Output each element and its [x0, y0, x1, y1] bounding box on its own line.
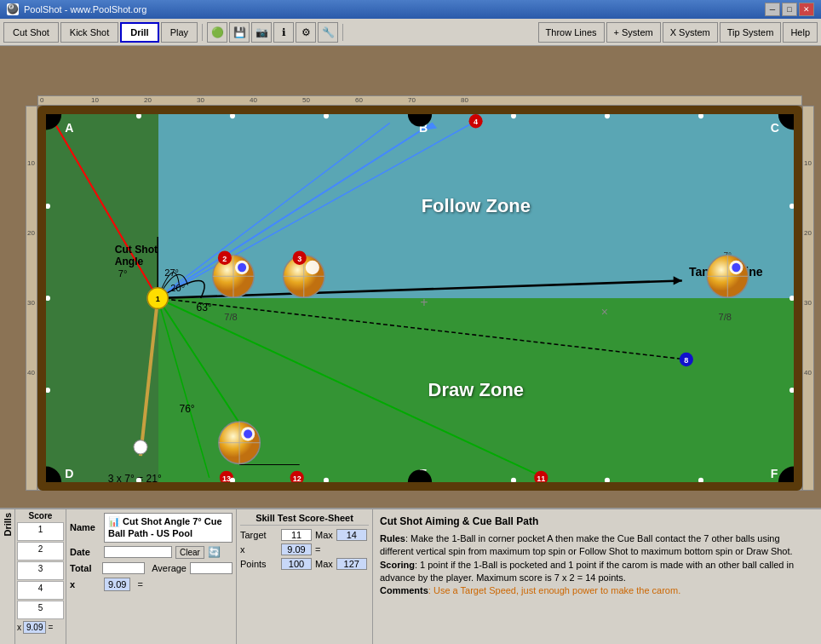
comments-text: : Use a Target Speed, just enough power … — [428, 585, 680, 595]
svg-point-50 — [134, 440, 147, 454]
target-input[interactable] — [281, 529, 312, 541]
separator-1 — [202, 24, 203, 41]
ruler-right: 10 20 30 40 — [802, 106, 814, 491]
svg-text:3: 3 — [297, 255, 301, 263]
pool-table: Follow Zone Draw Zone — [37, 106, 802, 491]
skill-test-header: Skill Test Score-Sheet — [240, 513, 369, 526]
svg-text:Cut Shot: Cut Shot — [115, 243, 158, 255]
ruler-top: 0 10 20 30 40 50 60 70 80 — [37, 95, 802, 106]
target-label: Target — [240, 530, 278, 540]
table-container: 0 10 20 30 40 50 60 70 80 10 20 30 40 10… — [0, 46, 821, 508]
svg-point-34 — [238, 263, 246, 272]
skill-target-row: Target Max — [240, 529, 369, 541]
svg-text:Angle: Angle — [115, 256, 144, 267]
equals-row: = — [137, 579, 142, 589]
separator-2 — [342, 24, 343, 41]
svg-text:63°: 63° — [197, 302, 212, 313]
svg-point-69 — [46, 466, 61, 482]
date-input[interactable] — [104, 546, 172, 558]
svg-point-76 — [511, 114, 516, 118]
svg-line-10 — [55, 123, 158, 298]
max-label-2: Max — [315, 559, 333, 569]
drill-name-container: 📊 Cut Shot Angle 7° CueBall Path - US Po… — [104, 513, 233, 543]
toolbar-right: Throw Lines + System X System Tip System… — [538, 22, 818, 43]
points-input[interactable] — [281, 558, 312, 570]
score-row-1: 1 — [17, 522, 64, 541]
svg-point-67 — [46, 114, 61, 130]
icon-button-3[interactable]: 📷 — [251, 22, 272, 43]
total-input[interactable] — [102, 562, 145, 574]
svg-text:2: 2 — [222, 255, 227, 263]
date-row: Date Clear 🔄 — [70, 546, 233, 559]
average-input[interactable] — [190, 562, 233, 574]
icon-button-2[interactable]: 💾 — [229, 22, 250, 43]
points-label: Points — [240, 559, 278, 569]
svg-point-87 — [46, 388, 50, 393]
toolbar: Cut Shot Kick Shot Drill Play 🟢 💾 📷 ℹ ⚙ … — [0, 19, 821, 46]
svg-point-85 — [46, 204, 50, 209]
x-row-label: x — [70, 579, 100, 589]
svg-line-9 — [158, 298, 210, 478]
skill-x-row: x = — [240, 543, 369, 555]
clear-button[interactable]: Clear — [175, 546, 204, 559]
close-button[interactable]: ✕ — [799, 3, 814, 16]
app-icon: 🎱 — [7, 3, 19, 15]
svg-point-86 — [46, 296, 50, 301]
help-button[interactable]: Help — [783, 22, 818, 43]
max-input-2[interactable] — [336, 558, 367, 570]
drill-name: 📊 Cut Shot Angle 7° CueBall Path - US Po… — [104, 513, 233, 543]
svg-point-74 — [230, 114, 235, 118]
plus-system-button[interactable]: + System — [606, 22, 661, 43]
score-row-4: 4 — [17, 581, 64, 600]
drill-name-icon: 📊 — [108, 516, 123, 526]
info-column: Name 📊 Cut Shot Angle 7° CueBall Path - … — [66, 509, 237, 644]
play-button[interactable]: Play — [161, 22, 198, 43]
svg-text:×: × — [601, 304, 608, 318]
icon-button-4[interactable]: ℹ — [273, 22, 294, 43]
svg-point-90 — [789, 388, 794, 393]
icon-button-5[interactable]: ⚙ — [296, 22, 316, 43]
x-label: x — [17, 623, 21, 632]
max-input-1[interactable] — [336, 529, 367, 541]
tip-system-button[interactable]: Tip System — [720, 22, 782, 43]
cut-shot-button[interactable]: Cut Shot — [3, 22, 59, 43]
desc-text: Rules: Make the 1-Ball in corner pocket … — [380, 532, 814, 598]
score-value: 9.09 — [23, 621, 46, 634]
title-bar: 🎱 PoolShot - www.PoolShot.org ─ □ ✕ — [0, 0, 821, 19]
rules-text: : Make the 1-Ball in corner pocket A the… — [380, 533, 793, 556]
svg-text:13: 13 — [222, 474, 231, 482]
svg-point-81 — [324, 478, 329, 482]
score-header: Score — [17, 511, 64, 520]
multiplier-input[interactable] — [281, 543, 312, 555]
svg-text:7/8: 7/8 — [719, 312, 732, 322]
drill-button[interactable]: Drill — [120, 22, 158, 43]
name-row: Name 📊 Cut Shot Angle 7° CueBall Path - … — [70, 513, 233, 543]
kick-shot-button[interactable]: Kick Shot — [60, 22, 118, 43]
svg-text:12: 12 — [293, 474, 301, 482]
drill-name-text: Cut Shot Angle 7° CueBall Path - US Pool — [108, 516, 222, 538]
skill-points-row: Points Max — [240, 558, 369, 570]
date-label: Date — [70, 547, 100, 557]
score-row-3: 3 — [17, 561, 64, 580]
table-svg: + × Tangent Line Cut Shot Angle 7° 27° 2… — [46, 114, 794, 482]
refresh-icon[interactable]: 🔄 — [208, 546, 221, 558]
drills-column: Drills — [0, 509, 15, 644]
scoring-label: Scoring — [380, 560, 415, 570]
x-system-button[interactable]: X System — [663, 22, 718, 43]
minimize-button[interactable]: ─ — [765, 3, 780, 16]
svg-text:8: 8 — [684, 356, 688, 365]
svg-text:76°: 76° — [179, 403, 194, 415]
score-row-5: 5 — [17, 601, 64, 619]
max-label-1: Max — [315, 530, 333, 540]
svg-text:7/8: 7/8 — [224, 312, 237, 322]
svg-point-68 — [778, 114, 794, 130]
svg-text:1: 1 — [156, 295, 160, 303]
svg-point-89 — [789, 296, 794, 301]
svg-point-82 — [511, 478, 516, 482]
pocket-f: F — [771, 467, 778, 480]
svg-text:7°: 7° — [118, 268, 128, 279]
maximize-button[interactable]: □ — [782, 3, 797, 16]
icon-button-1[interactable]: 🟢 — [207, 22, 227, 43]
icon-button-6[interactable]: 🔧 — [318, 22, 338, 43]
throw-lines-button[interactable]: Throw Lines — [538, 22, 605, 43]
